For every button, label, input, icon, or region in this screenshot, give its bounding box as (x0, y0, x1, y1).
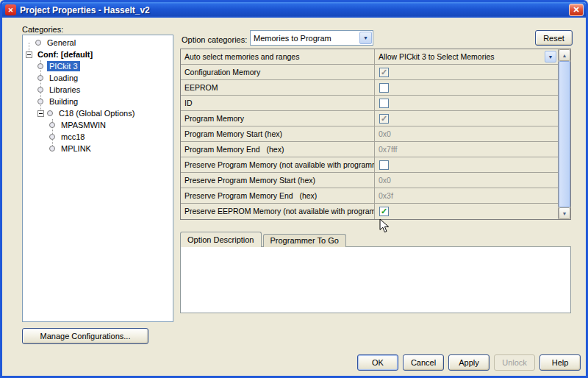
checkbox[interactable]: ✓ (379, 114, 389, 124)
property-row-preserve-program-memory-not-available-wi: Preserve Program Memory (not available w… (181, 157, 558, 173)
manage-configurations-button[interactable]: Manage Configurations... (22, 328, 148, 344)
property-label: Program Memory Start (hex) (181, 126, 375, 141)
node-icon (35, 40, 41, 46)
option-categories-dropdown[interactable]: Memories to Program ▼ (250, 30, 373, 46)
tree-item-label: Building (47, 96, 80, 107)
property-checkbox-cell (375, 157, 558, 172)
dialog-content: Categories: GeneralConf: [default]PICkit… (2, 18, 586, 376)
window-title: Project Properties - Hasselt_v2 (20, 5, 150, 15)
app-icon: ✕ (5, 4, 16, 15)
property-label: ID (181, 96, 375, 110)
property-label: EEPROM (181, 80, 375, 95)
checkbox[interactable]: ✓ (379, 207, 389, 216)
node-icon (37, 63, 43, 69)
node-icon (49, 146, 55, 151)
check-icon: ✓ (381, 207, 387, 215)
tree-item-label: MPLINK (59, 143, 93, 154)
scroll-up-icon[interactable]: ▲ (559, 49, 570, 61)
collapse-toggle-icon[interactable] (37, 110, 44, 117)
property-table: Auto select memories and rangesAllow PIC… (180, 49, 571, 220)
node-icon (37, 87, 43, 93)
tree-item-loading[interactable]: Loading (23, 72, 173, 84)
property-label: Preserve Program Memory End (hex) (181, 188, 375, 203)
tree-item-mcc18[interactable]: mcc18 (23, 131, 173, 143)
property-checkbox-cell: ✓ (375, 204, 558, 219)
tree-item-label: mcc18 (59, 132, 87, 142)
chevron-down-icon[interactable]: ▼ (545, 51, 556, 63)
vertical-scrollbar[interactable]: ▲ ▼ (558, 49, 570, 219)
tree-item-label: Conf: [default] (35, 49, 95, 60)
tree-item-label: C18 (Global Options) (57, 108, 137, 118)
property-row-program-memory-end-hex: Program Memory End (hex)0x7fff (181, 142, 558, 157)
ok-button[interactable]: OK (357, 354, 398, 371)
dialog-buttons: OKCancelApplyUnlockHelp (357, 354, 581, 371)
tree-item-label: MPASMWIN (59, 120, 108, 130)
checkbox[interactable] (379, 99, 389, 108)
tree-item-mpasmwin[interactable]: MPASMWIN (23, 119, 173, 131)
property-row-preserve-program-memory-end-hex: Preserve Program Memory End (hex)0x3f (181, 188, 558, 204)
check-icon: ✓ (381, 115, 387, 123)
checkbox[interactable]: ✓ (379, 68, 389, 77)
property-text-field[interactable]: 0x3f (375, 188, 558, 203)
property-label: Configuration Memory (181, 65, 375, 79)
property-row-id: ID (181, 96, 558, 111)
tree-item-mplink[interactable]: MPLINK (23, 143, 173, 154)
apply-button[interactable]: Apply (448, 354, 490, 371)
checkbox[interactable] (379, 160, 389, 170)
option-categories-value: Memories to Program (254, 34, 331, 43)
node-icon (49, 122, 55, 128)
property-text-field[interactable]: 0x0 (375, 126, 558, 141)
property-label: Program Memory (181, 111, 375, 126)
tree-item-conf-default[interactable]: Conf: [default] (23, 49, 173, 60)
property-row-configuration-memory: Configuration Memory✓ (181, 65, 558, 80)
check-icon: ✓ (381, 68, 387, 76)
property-text-field[interactable]: 0x0 (375, 173, 558, 188)
cancel-button[interactable]: Cancel (403, 354, 444, 371)
tree-item-building[interactable]: Building (23, 96, 173, 107)
property-text-field[interactable]: 0x7fff (375, 142, 558, 157)
categories-label: Categories: (22, 25, 63, 34)
unlock-button[interactable]: Unlock (494, 354, 535, 371)
property-row-program-memory: Program Memory✓ (181, 111, 558, 126)
tab-programmer-to-go[interactable]: Programmer To Go (263, 234, 346, 247)
categories-tree: GeneralConf: [default]PICkit 3LoadingLib… (22, 35, 173, 322)
property-row-eeprom: EEPROM (181, 80, 558, 96)
property-checkbox-cell (375, 96, 558, 110)
collapse-toggle-icon[interactable] (26, 51, 32, 58)
reset-button[interactable]: Reset (535, 30, 573, 46)
help-button[interactable]: Help (539, 354, 581, 371)
property-label: Preserve Program Memory (not available w… (181, 157, 375, 172)
node-icon (47, 110, 53, 116)
property-row-program-memory-start-hex: Program Memory Start (hex)0x0 (181, 126, 558, 142)
tree-item-c18-global-options[interactable]: C18 (Global Options) (23, 107, 173, 119)
close-button[interactable]: ✕ (569, 4, 584, 16)
property-checkbox-cell (375, 80, 558, 95)
property-dropdown[interactable]: Allow PICkit 3 to Select Memories▼ (375, 49, 558, 64)
mouse-cursor (379, 218, 390, 234)
node-icon (37, 99, 43, 104)
tree-item-label: Libraries (47, 85, 82, 95)
property-row-preserve-eeprom-memory-not-available-wit: Preserve EEPROM Memory (not available wi… (181, 204, 558, 219)
property-checkbox-cell: ✓ (375, 65, 558, 79)
description-tabs: Option DescriptionProgrammer To Go (180, 232, 348, 247)
node-icon (49, 134, 55, 140)
scrollbar-thumb[interactable] (559, 61, 570, 207)
project-properties-window: ✕ Project Properties - Hasselt_v2 ✕ Cate… (0, 0, 588, 378)
chevron-down-icon[interactable]: ▼ (359, 32, 372, 44)
tree-item-pickit-3[interactable]: PICkit 3 (23, 60, 173, 72)
checkbox[interactable] (379, 83, 389, 93)
tab-option-description[interactable]: Option Description (180, 232, 262, 247)
property-label: Program Memory End (hex) (181, 142, 375, 157)
option-description-panel (180, 246, 571, 313)
scroll-down-icon[interactable]: ▼ (559, 207, 570, 219)
option-categories-label: Option categories: (182, 32, 247, 48)
node-icon (37, 75, 43, 81)
property-label: Preserve Program Memory Start (hex) (181, 173, 375, 188)
property-row-auto-select-memories-and-ranges: Auto select memories and rangesAllow PIC… (181, 49, 558, 65)
tree-item-general[interactable]: General (23, 37, 173, 49)
property-label: Preserve EEPROM Memory (not available wi… (181, 204, 375, 219)
title-bar[interactable]: ✕ Project Properties - Hasselt_v2 ✕ (2, 2, 586, 18)
tree-item-label: General (45, 38, 78, 48)
tree-item-libraries[interactable]: Libraries (23, 84, 173, 96)
tree-item-label: PICkit 3 (47, 61, 80, 71)
